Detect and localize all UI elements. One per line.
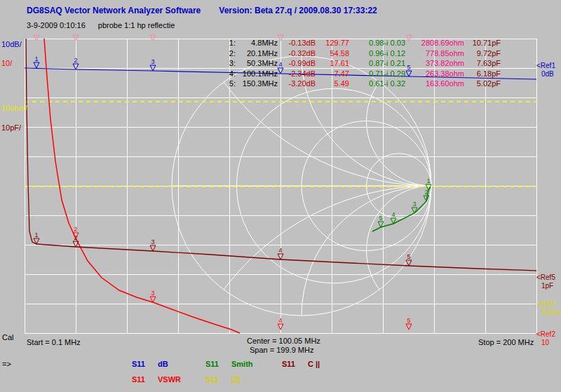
center-label: Center = 100.05 MHz: [247, 337, 320, 345]
marker-number: 3: [151, 290, 154, 297]
marker-cell-vswr: 129.77: [316, 38, 349, 48]
marker-cell-smith: 0.61-i 0.32: [349, 79, 405, 89]
marker-number: 2: [424, 189, 428, 196]
marker-cell-n: 4:: [223, 69, 236, 79]
marker-cell-c: 10.71pF: [464, 38, 501, 48]
marker-cell-vswr: 54.58: [316, 48, 349, 59]
span-label: Span = 199.9 MHz: [250, 346, 313, 354]
trace-marker[interactable]: 3: [150, 58, 156, 71]
marker-triangle-icon: [34, 35, 39, 41]
cal-label: Cal: [2, 333, 14, 342]
legend-item-Z[interactable]: S11|Z|: [205, 375, 241, 384]
marker-row: 5:150.3MHz-3.20dB5.490.61-i 0.32163.60oh…: [223, 79, 501, 89]
marker-cell-c: 6.18pF: [464, 69, 501, 79]
trace-marker[interactable]: 1: [34, 231, 39, 244]
marker-number: 1: [34, 231, 38, 238]
marker-cell-n: 2:: [223, 48, 236, 59]
trace-marker[interactable]: 5: [406, 317, 412, 330]
marker-cell-z: 263.38ohm: [405, 69, 464, 79]
marker-triangle-icon: [412, 208, 417, 213]
marker-number: 4: [278, 317, 282, 324]
marker-cell-db: -0.32dB: [278, 48, 316, 59]
marker-cell-n: 5:: [223, 79, 236, 89]
marker-row: 3:50.3MHz-0.99dB17.610.87-i 0.21373.82oh…: [223, 58, 501, 69]
marker-cell-n: 1:: [223, 38, 236, 48]
marker-cell-n: 3:: [223, 58, 236, 69]
marker-cell-vswr: 17.61: [316, 58, 349, 69]
marker-cell-c: 7.63pF: [464, 58, 501, 69]
legend-item-C[interactable]: S11C ||: [282, 360, 320, 368]
marker-cell-c: 9.72pF: [464, 48, 501, 59]
marker-cell-vswr: 5.49: [316, 79, 349, 89]
marker-cell-freq: 50.3MHz: [236, 58, 278, 69]
stop-label: Stop = 200 MHz: [478, 338, 534, 346]
sweep-note: pbrobe 1:1 hp reflectie: [98, 21, 175, 29]
marker-cell-db: -0.13dB: [278, 38, 316, 48]
ref-label[interactable]: <Ref10dB: [536, 62, 555, 79]
marker-cell-c: 5.02pF: [464, 79, 501, 89]
app-version: Version: Beta 27.q / 2009.08.30 17:33:22: [219, 6, 377, 15]
marker-cell-db: -0.99dB: [278, 58, 316, 69]
marker-number: 2: [74, 226, 77, 233]
marker-cell-db: -3.20dB: [278, 79, 316, 89]
marker-number: 3: [151, 58, 154, 65]
start-label: Start = 0.1 MHz: [27, 338, 81, 346]
marker-cell-freq: 4.8MHz: [236, 38, 278, 48]
marker-triangle-icon: [150, 245, 156, 251]
marker-number: 2: [74, 234, 77, 241]
marker-cell-smith: 0.98-i 0.03: [349, 38, 405, 48]
trace-marker[interactable]: 1: [34, 55, 39, 68]
datetime-label: 3-9-2009 0:10:16: [27, 21, 86, 29]
title-bar: DG8SAQ Vector Network Analyzer SoftwareV…: [27, 6, 377, 15]
marker-triangle-icon: [406, 324, 412, 330]
app-title: DG8SAQ Vector Network Analyzer Software: [27, 6, 201, 15]
marker-number: 5: [407, 253, 410, 260]
marker-cell-smith: 0.96-i 0.12: [349, 48, 405, 59]
marker-number: 4: [278, 247, 282, 254]
marker-row: 1:4.8MHz-0.13dB129.770.98-i 0.032808.69o…: [223, 38, 501, 48]
marker-row: 2:20.1MHz-0.32dB54.580.96-i 0.12778.85oh…: [223, 48, 501, 59]
ref-label[interactable]: <Ref51pF: [536, 273, 555, 290]
marker-cell-z: 2808.69ohm: [405, 38, 464, 48]
trace-marker[interactable]: [34, 35, 39, 41]
marker-number: 3: [412, 201, 416, 208]
trace-marker[interactable]: 3: [150, 290, 156, 302]
ref-label[interactable]: <Ref210: [536, 330, 555, 347]
legend-item-VSWR[interactable]: S11VSWR: [132, 375, 181, 384]
marker-number: 3: [151, 238, 154, 245]
marker-number: 4: [391, 211, 395, 218]
scale-label-10ohm[interactable]: 10ohm/: [1, 104, 27, 112]
marker-row: 4:100.1MHz-2.34dB7.470.71-i 0.29263.38oh…: [223, 69, 501, 79]
marker-table: 1:4.8MHz-0.13dB129.770.98-i 0.032808.69o…: [223, 38, 501, 89]
marker-cell-smith: 0.71-i 0.29: [349, 69, 405, 79]
trace-marker[interactable]: 5: [406, 253, 412, 266]
marker-cell-freq: 150.3MHz: [236, 79, 278, 89]
marker-number: 5: [407, 317, 410, 324]
marker-number: 1: [426, 177, 430, 184]
marker-cell-vswr: 7.47: [316, 69, 349, 79]
marker-cell-z: 373.82ohm: [405, 58, 464, 69]
scale-label-10[interactable]: 10/: [1, 59, 12, 67]
marker-number: 2: [74, 57, 77, 64]
trace-marker[interactable]: 4: [391, 211, 396, 224]
marker-cell-freq: 100.1MHz: [236, 69, 278, 79]
trace-marker[interactable]: [150, 35, 156, 41]
scale-label-10pF[interactable]: 10pF/: [1, 123, 21, 132]
marker-triangle-icon: [150, 35, 156, 41]
marker-cell-z: 778.85ohm: [405, 48, 464, 59]
marker-cell-smith: 0.87-i 0.21: [349, 58, 405, 69]
ref-label[interactable]: <Ref450ohm: [536, 300, 561, 317]
marker-cell-db: -2.34dB: [278, 69, 316, 79]
marker-number: 5: [379, 215, 382, 222]
status-line: 3-9-2009 0:10:16pbrobe 1:1 hp reflectie: [27, 21, 175, 29]
vna-app-window: { "header": { "app_title": "DG8SAQ Vecto…: [0, 0, 561, 392]
marker-cell-freq: 20.1MHz: [236, 48, 278, 59]
prompt-label: =>: [2, 360, 11, 368]
scale-label-10dB[interactable]: 10dB/: [1, 40, 22, 48]
marker-cell-z: 163.60ohm: [405, 79, 464, 89]
marker-number: 1: [34, 55, 38, 62]
legend-item-dB[interactable]: S11dB: [132, 360, 168, 368]
marker-triangle-icon: [34, 62, 39, 68]
legend-item-Smith[interactable]: S11Smith: [205, 360, 253, 368]
